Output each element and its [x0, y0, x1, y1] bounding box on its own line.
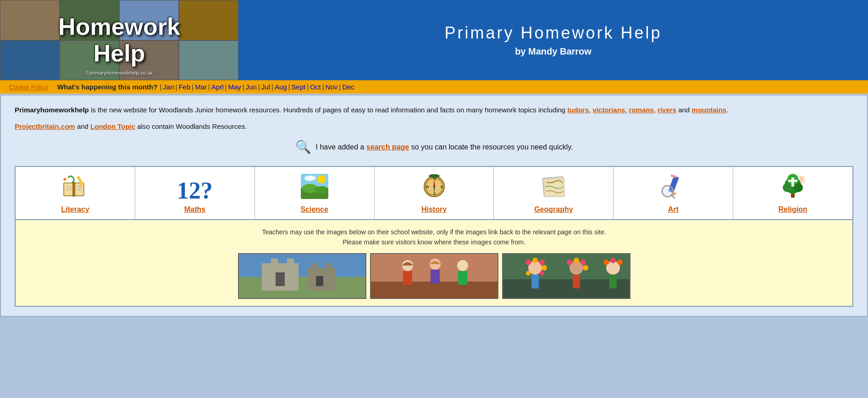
svg-point-38 [663, 187, 672, 195]
london-topic-link[interactable]: London Topic [90, 122, 135, 130]
svg-rect-57 [326, 263, 332, 271]
svg-point-14 [317, 175, 326, 183]
month-may[interactable]: May [227, 83, 243, 91]
search-page-link[interactable]: search page [366, 143, 409, 151]
svg-rect-2 [72, 182, 75, 197]
history-icon: N S E W [420, 174, 448, 203]
svg-rect-87 [609, 275, 617, 288]
months-nav: What's happening this month? | Jan | Feb… [57, 83, 356, 91]
svg-point-65 [457, 260, 468, 271]
svg-point-74 [540, 271, 544, 276]
svg-point-28 [433, 186, 435, 188]
site-title: Primary Homework Help [444, 23, 662, 43]
victorians-link[interactable]: victorians [592, 106, 625, 114]
geography-icon [540, 174, 567, 203]
religion-icon [779, 174, 807, 203]
svg-rect-76 [531, 275, 539, 288]
subject-religion[interactable]: Religion [733, 167, 852, 219]
logo-text: HomeworkHelp [58, 14, 180, 66]
svg-point-19 [309, 176, 316, 180]
svg-point-70 [525, 260, 531, 265]
svg-rect-30 [431, 174, 438, 177]
svg-rect-64 [431, 270, 440, 283]
whats-happening-label: What's happening this month? [57, 83, 158, 91]
svg-rect-82 [573, 275, 580, 288]
svg-rect-66 [458, 271, 467, 285]
romans-link[interactable]: romans [629, 106, 654, 114]
svg-point-85 [610, 258, 616, 263]
month-apr[interactable]: Aprl [210, 83, 225, 91]
month-feb[interactable]: Feb [177, 83, 192, 91]
svg-rect-50 [239, 277, 366, 299]
svg-point-43 [794, 183, 803, 192]
svg-rect-48 [799, 176, 805, 183]
religion-label: Religion [779, 205, 807, 214]
svg-rect-52 [271, 259, 278, 268]
month-jun[interactable]: Jun [244, 83, 258, 91]
svg-text:E: E [441, 185, 443, 189]
svg-rect-62 [403, 271, 412, 285]
header-logo: HomeworkHelp ©primaryhomeworkhelp.co.uk [0, 0, 238, 80]
science-label: Science [300, 205, 328, 214]
svg-point-73 [542, 265, 547, 271]
month-dec[interactable]: Dec [341, 83, 356, 91]
intro-paragraph: Primaryhomeworkhelp is the new website f… [15, 105, 853, 116]
subject-geography[interactable]: Geography [494, 167, 614, 219]
thumbnail-3[interactable]: Festivals [502, 253, 630, 299]
thumbnails-row: Festivals [25, 253, 843, 299]
site-author: by Mandy Barrow [515, 46, 592, 57]
subject-maths[interactable]: 12? Maths [135, 167, 255, 219]
svg-rect-0 [64, 183, 74, 196]
month-nov[interactable]: Nov [324, 83, 339, 91]
svg-point-80 [581, 260, 586, 265]
svg-point-42 [783, 183, 792, 192]
svg-point-84 [603, 260, 609, 265]
tudors-link[interactable]: tudors [567, 106, 589, 114]
svg-point-79 [574, 258, 579, 263]
svg-point-75 [526, 271, 531, 276]
notice-line2: Please make sure visitors know where the… [25, 237, 843, 247]
svg-rect-53 [287, 259, 294, 268]
geography-label: Geography [534, 205, 573, 214]
thumbnail-1[interactable] [238, 253, 366, 299]
svg-point-81 [583, 265, 588, 271]
science-icon [301, 174, 328, 203]
svg-point-71 [532, 258, 538, 263]
subject-art[interactable]: Art [614, 167, 733, 219]
subject-history[interactable]: N S E W History [375, 167, 494, 219]
thumbnail-2[interactable] [370, 253, 498, 299]
month-jan[interactable]: Jan [161, 83, 175, 91]
site-name-bold: Primaryhomeworkhelp [15, 106, 89, 114]
literacy-label: Literacy [61, 205, 89, 214]
month-mar[interactable]: Mar [194, 83, 208, 91]
literacy-icon: ★ [61, 174, 89, 203]
month-jul[interactable]: Jul [260, 83, 271, 91]
svg-point-86 [617, 260, 623, 265]
month-aug[interactable]: Aug [273, 83, 288, 91]
svg-text:★: ★ [62, 176, 67, 182]
svg-text:S: S [433, 192, 436, 196]
svg-rect-58 [316, 276, 323, 286]
subject-science[interactable]: Science [255, 167, 375, 219]
cookie-policy-link[interactable]: Cookie Policy [9, 83, 48, 91]
bottom-notice: Teachers may use the images below on the… [15, 220, 853, 307]
svg-point-17 [315, 186, 328, 193]
rivers-link[interactable]: rivers [658, 106, 676, 114]
art-label: Art [668, 205, 679, 214]
svg-rect-46 [788, 180, 797, 182]
search-line: 🔍 I have added a search page so you can … [15, 139, 853, 155]
logo-subtext: ©primaryhomeworkhelp.co.uk [0, 70, 238, 76]
svg-rect-56 [312, 263, 318, 271]
svg-rect-60 [371, 282, 498, 299]
svg-point-12 [72, 182, 74, 183]
nav-bar: Cookie Policy What's happening this mont… [0, 80, 868, 94]
projectbritain-link[interactable]: Projectbritain.com [15, 122, 75, 130]
projectbritain-paragraph: Projectbritain.com and London Topic also… [15, 122, 853, 130]
subject-literacy[interactable]: ★ Literacy [16, 167, 135, 219]
mountains-link[interactable]: mountains [691, 106, 726, 114]
month-sept[interactable]: Sept [290, 83, 307, 91]
main-content: Primaryhomeworkhelp is the new website f… [0, 94, 868, 317]
header-title-area: Primary Homework Help by Mandy Barrow [238, 0, 868, 80]
month-oct[interactable]: Oct [309, 83, 322, 91]
svg-rect-54 [276, 272, 285, 286]
